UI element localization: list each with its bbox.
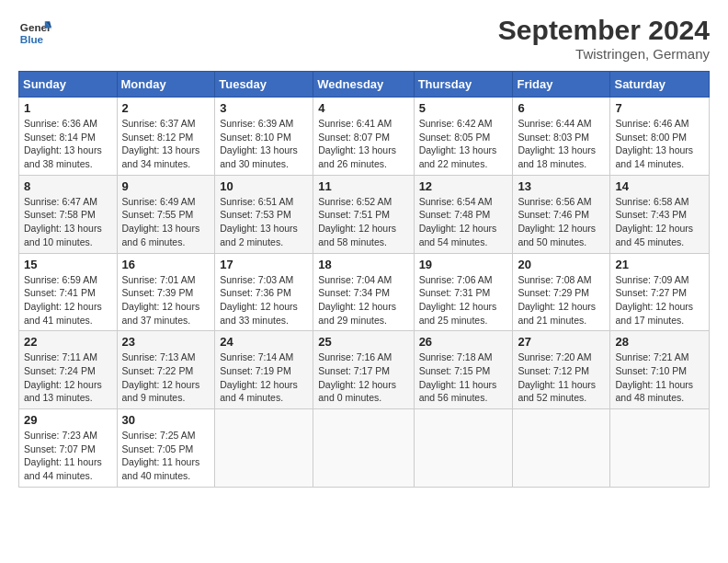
col-tuesday: Tuesday [215, 72, 313, 98]
table-row: 13Sunrise: 6:56 AMSunset: 7:46 PMDayligh… [513, 175, 610, 253]
day-info: Sunrise: 7:03 AMSunset: 7:36 PMDaylight:… [220, 273, 308, 327]
page-subtitle: Twistringen, Germany [498, 46, 710, 62]
page-title: September 2024 [498, 15, 710, 46]
day-number: 3 [220, 101, 308, 115]
day-info: Sunrise: 6:54 AMSunset: 7:48 PMDaylight:… [419, 195, 508, 249]
calendar-week-row: 22Sunrise: 7:11 AMSunset: 7:24 PMDayligh… [19, 331, 710, 409]
table-row: 18Sunrise: 7:04 AMSunset: 7:34 PMDayligh… [313, 253, 414, 331]
table-row: 11Sunrise: 6:52 AMSunset: 7:51 PMDayligh… [313, 175, 414, 253]
header: General Blue September 2024 Twistringen,… [18, 15, 710, 62]
calendar-week-row: 8Sunrise: 6:47 AMSunset: 7:58 PMDaylight… [19, 175, 710, 253]
day-info: Sunrise: 6:37 AMSunset: 8:12 PMDaylight:… [122, 117, 210, 171]
table-row: 12Sunrise: 6:54 AMSunset: 7:48 PMDayligh… [414, 175, 513, 253]
day-number: 27 [518, 335, 605, 349]
calendar-table: Sunday Monday Tuesday Wednesday Thursday… [18, 71, 710, 488]
table-row: 6Sunrise: 6:44 AMSunset: 8:03 PMDaylight… [513, 98, 610, 176]
day-info: Sunrise: 6:52 AMSunset: 7:51 PMDaylight:… [318, 195, 408, 249]
day-info: Sunrise: 7:06 AMSunset: 7:31 PMDaylight:… [419, 273, 508, 327]
day-number: 16 [122, 258, 210, 271]
day-info: Sunrise: 7:20 AMSunset: 7:12 PMDaylight:… [518, 350, 605, 405]
day-info: Sunrise: 6:46 AMSunset: 8:00 PMDaylight:… [615, 117, 704, 171]
col-monday: Monday [117, 72, 215, 98]
table-row: 16Sunrise: 7:01 AMSunset: 7:39 PMDayligh… [117, 253, 215, 331]
day-info: Sunrise: 7:13 AMSunset: 7:22 PMDaylight:… [122, 350, 210, 405]
table-row: 30Sunrise: 7:25 AMSunset: 7:05 PMDayligh… [117, 409, 215, 488]
table-row: 26Sunrise: 7:18 AMSunset: 7:15 PMDayligh… [414, 331, 513, 409]
table-row: 23Sunrise: 7:13 AMSunset: 7:22 PMDayligh… [117, 331, 215, 409]
day-number: 23 [122, 335, 210, 349]
day-number: 20 [518, 258, 605, 271]
table-row: 24Sunrise: 7:14 AMSunset: 7:19 PMDayligh… [215, 331, 313, 409]
day-info: Sunrise: 7:23 AMSunset: 7:07 PMDaylight:… [24, 429, 112, 483]
day-number: 7 [615, 101, 704, 115]
table-row: 1Sunrise: 6:36 AMSunset: 8:14 PMDaylight… [19, 98, 118, 176]
table-row: 8Sunrise: 6:47 AMSunset: 7:58 PMDaylight… [19, 175, 118, 253]
day-info: Sunrise: 6:41 AMSunset: 8:07 PMDaylight:… [318, 117, 408, 171]
day-number: 11 [318, 179, 408, 193]
day-info: Sunrise: 7:11 AMSunset: 7:24 PMDaylight:… [24, 350, 112, 405]
day-number: 22 [24, 335, 112, 349]
calendar-week-row: 1Sunrise: 6:36 AMSunset: 8:14 PMDaylight… [19, 98, 710, 176]
day-number: 17 [220, 258, 308, 271]
table-row: 2Sunrise: 6:37 AMSunset: 8:12 PMDaylight… [117, 98, 215, 176]
table-row: 21Sunrise: 7:09 AMSunset: 7:27 PMDayligh… [610, 253, 710, 331]
table-row: 5Sunrise: 6:42 AMSunset: 8:05 PMDaylight… [414, 98, 513, 176]
col-wednesday: Wednesday [313, 72, 414, 98]
day-number: 1 [24, 101, 112, 115]
col-thursday: Thursday [414, 72, 513, 98]
table-row: 25Sunrise: 7:16 AMSunset: 7:17 PMDayligh… [313, 331, 414, 409]
calendar-week-row: 29Sunrise: 7:23 AMSunset: 7:07 PMDayligh… [19, 409, 710, 488]
col-friday: Friday [513, 72, 610, 98]
day-number: 12 [419, 179, 508, 193]
day-info: Sunrise: 6:47 AMSunset: 7:58 PMDaylight:… [24, 195, 112, 249]
day-number: 8 [24, 179, 112, 193]
logo-icon: General Blue [18, 15, 51, 48]
day-info: Sunrise: 7:08 AMSunset: 7:29 PMDaylight:… [518, 273, 605, 327]
day-number: 5 [419, 101, 508, 115]
table-row: 19Sunrise: 7:06 AMSunset: 7:31 PMDayligh… [414, 253, 513, 331]
day-number: 24 [220, 335, 308, 349]
day-info: Sunrise: 6:56 AMSunset: 7:46 PMDaylight:… [518, 195, 605, 249]
day-info: Sunrise: 7:04 AMSunset: 7:34 PMDaylight:… [318, 273, 408, 327]
logo: General Blue [18, 15, 51, 48]
day-number: 29 [24, 413, 112, 427]
table-row: 17Sunrise: 7:03 AMSunset: 7:36 PMDayligh… [215, 253, 313, 331]
day-info: Sunrise: 7:16 AMSunset: 7:17 PMDaylight:… [318, 350, 408, 405]
day-info: Sunrise: 7:25 AMSunset: 7:05 PMDaylight:… [122, 429, 210, 483]
day-info: Sunrise: 6:44 AMSunset: 8:03 PMDaylight:… [518, 117, 605, 171]
col-sunday: Sunday [19, 72, 118, 98]
day-info: Sunrise: 6:58 AMSunset: 7:43 PMDaylight:… [615, 195, 704, 249]
table-row [513, 409, 610, 488]
day-number: 25 [318, 335, 408, 349]
table-row: 10Sunrise: 6:51 AMSunset: 7:53 PMDayligh… [215, 175, 313, 253]
day-number: 13 [518, 179, 605, 193]
table-row: 4Sunrise: 6:41 AMSunset: 8:07 PMDaylight… [313, 98, 414, 176]
table-row [215, 409, 313, 488]
table-row: 29Sunrise: 7:23 AMSunset: 7:07 PMDayligh… [19, 409, 118, 488]
table-row: 3Sunrise: 6:39 AMSunset: 8:10 PMDaylight… [215, 98, 313, 176]
day-number: 4 [318, 101, 408, 115]
table-row: 20Sunrise: 7:08 AMSunset: 7:29 PMDayligh… [513, 253, 610, 331]
day-info: Sunrise: 6:59 AMSunset: 7:41 PMDaylight:… [24, 273, 112, 327]
title-block: September 2024 Twistringen, Germany [498, 15, 710, 62]
table-row: 14Sunrise: 6:58 AMSunset: 7:43 PMDayligh… [610, 175, 710, 253]
calendar-week-row: 15Sunrise: 6:59 AMSunset: 7:41 PMDayligh… [19, 253, 710, 331]
day-number: 26 [419, 335, 508, 349]
day-info: Sunrise: 6:51 AMSunset: 7:53 PMDaylight:… [220, 195, 308, 249]
table-row [313, 409, 414, 488]
table-row [610, 409, 710, 488]
day-info: Sunrise: 7:01 AMSunset: 7:39 PMDaylight:… [122, 273, 210, 327]
table-row: 27Sunrise: 7:20 AMSunset: 7:12 PMDayligh… [513, 331, 610, 409]
day-number: 21 [615, 258, 704, 271]
day-info: Sunrise: 6:36 AMSunset: 8:14 PMDaylight:… [24, 117, 112, 171]
table-row: 28Sunrise: 7:21 AMSunset: 7:10 PMDayligh… [610, 331, 710, 409]
col-saturday: Saturday [610, 72, 710, 98]
day-info: Sunrise: 6:42 AMSunset: 8:05 PMDaylight:… [419, 117, 508, 171]
day-info: Sunrise: 7:14 AMSunset: 7:19 PMDaylight:… [220, 350, 308, 405]
day-number: 14 [615, 179, 704, 193]
day-number: 18 [318, 258, 408, 271]
day-number: 19 [419, 258, 508, 271]
day-info: Sunrise: 6:49 AMSunset: 7:55 PMDaylight:… [122, 195, 210, 249]
day-info: Sunrise: 7:21 AMSunset: 7:10 PMDaylight:… [615, 350, 704, 405]
table-row: 15Sunrise: 6:59 AMSunset: 7:41 PMDayligh… [19, 253, 118, 331]
